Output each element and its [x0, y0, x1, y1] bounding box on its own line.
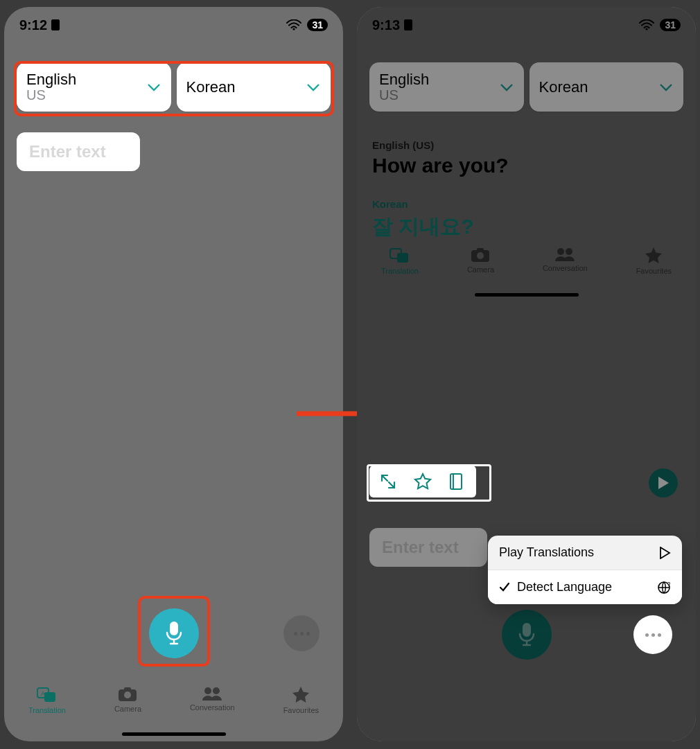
status-time: 9:12 [19, 17, 47, 33]
ellipsis-icon [645, 633, 661, 637]
tab-label: Favourites [283, 706, 319, 714]
svg-point-8 [204, 687, 211, 694]
microphone-icon [164, 620, 184, 646]
wifi-icon [286, 19, 301, 30]
source-language-sub: US [26, 87, 76, 103]
ellipsis-icon [294, 632, 310, 635]
star-icon [292, 686, 310, 704]
tab-label: Translation [28, 706, 66, 714]
more-options-menu: Play Translations Detect Language [488, 536, 682, 604]
tab-camera[interactable]: Camera [114, 686, 141, 713]
svg-rect-1 [170, 622, 178, 635]
play-outline-icon [658, 547, 671, 559]
tab-label: Camera [114, 705, 141, 713]
camera-icon [117, 686, 138, 703]
screenshot-right: 9:13 31 English US Korean [357, 7, 696, 741]
svg-rect-7 [124, 687, 131, 691]
tab-bar: A Translation Camera Conversation Favour… [4, 680, 343, 741]
tab-label: Conversation [190, 703, 235, 712]
menu-item-play-translations[interactable]: Play Translations [488, 536, 682, 570]
sim-icon [51, 19, 60, 30]
menu-item-label: Play Translations [499, 545, 594, 560]
more-options-button[interactable] [283, 615, 320, 651]
svg-text:A: A [41, 690, 45, 697]
home-indicator [122, 732, 226, 736]
svg-rect-12 [450, 474, 462, 489]
svg-point-0 [293, 28, 295, 30]
bottom-controls [4, 608, 343, 658]
language-selector-row: English US Korean [17, 62, 331, 112]
chevron-down-icon [306, 82, 321, 92]
target-language-name: Korean [186, 78, 236, 96]
globe-icon [657, 581, 671, 594]
translate-icon: A [37, 686, 58, 704]
people-icon [201, 686, 223, 701]
target-language-selector[interactable]: Korean [177, 62, 331, 112]
translation-actions [369, 466, 476, 497]
menu-item-detect-language[interactable]: Detect Language [488, 570, 682, 604]
chevron-down-icon [146, 82, 161, 92]
screenshot-left: 9:12 31 English US Korean [4, 7, 343, 741]
more-options-button[interactable] [633, 615, 672, 654]
status-bar: 9:12 31 [4, 7, 343, 39]
expand-icon[interactable] [379, 473, 397, 491]
star-outline-icon[interactable] [414, 473, 432, 491]
tab-favourites[interactable]: Favourites [283, 686, 319, 714]
battery-level: 31 [307, 19, 328, 31]
svg-point-9 [213, 687, 220, 694]
source-language-name: English [26, 71, 76, 89]
text-input[interactable]: Enter text [17, 132, 140, 171]
microphone-button[interactable] [149, 608, 199, 658]
svg-point-6 [124, 691, 131, 698]
source-language-selector[interactable]: English US [17, 62, 171, 112]
svg-rect-3 [44, 692, 55, 702]
menu-item-label: Detect Language [517, 580, 612, 594]
tab-translation[interactable]: A Translation [28, 686, 66, 714]
book-icon[interactable] [448, 473, 466, 491]
tab-conversation[interactable]: Conversation [190, 686, 235, 712]
checkmark-icon [499, 582, 510, 593]
